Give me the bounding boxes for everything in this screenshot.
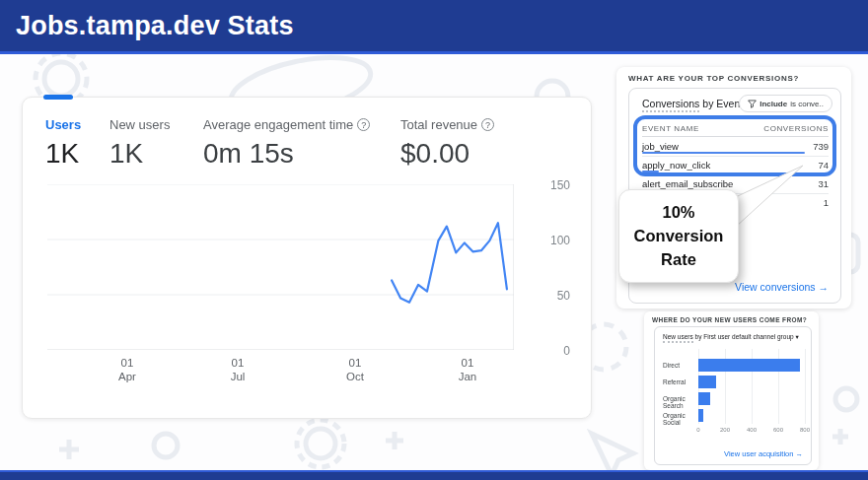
metric-value: 0m 15s bbox=[203, 138, 370, 170]
users-series-line bbox=[392, 223, 507, 303]
row-value-bar bbox=[642, 171, 659, 173]
gridline bbox=[805, 349, 806, 424]
metric-users[interactable]: Users 1K bbox=[45, 117, 81, 170]
acquisition-card: New users by First user default channel … bbox=[654, 326, 812, 465]
metric-label: New users bbox=[109, 117, 170, 132]
table-header-row: EVENT NAME CONVERSIONS bbox=[642, 121, 829, 137]
y-axis-tick: 150 bbox=[521, 178, 570, 192]
bar-label: Organic Search bbox=[663, 395, 696, 409]
new-users-panel: WHERE DO YOUR NEW USERS COME FROM? New u… bbox=[644, 311, 819, 470]
funnel-icon bbox=[748, 100, 757, 108]
column-header-event-name[interactable]: EVENT NAME bbox=[642, 124, 699, 133]
chevron-down-icon: ▾ bbox=[795, 333, 798, 340]
x-axis-tick: 800 bbox=[795, 427, 815, 433]
bottom-accent-bar bbox=[0, 470, 868, 480]
x-axis-tick: 01Apr bbox=[98, 356, 157, 384]
x-axis-tick: 600 bbox=[768, 427, 788, 433]
question-circle-icon[interactable]: ? bbox=[481, 118, 494, 131]
metric-label: Users bbox=[45, 117, 81, 132]
bar-label: Referral bbox=[663, 378, 696, 385]
table-row: job_view 739 bbox=[642, 138, 829, 157]
y-axis-tick: 0 bbox=[521, 344, 570, 358]
active-metric-indicator bbox=[43, 95, 73, 100]
top-conversions-panel: WHAT ARE YOUR TOP CONVERSIONS? Conversio… bbox=[616, 67, 851, 309]
arrow-right-icon: → bbox=[819, 281, 830, 293]
column-header-conversions[interactable]: CONVERSIONS bbox=[763, 124, 829, 133]
metric-avg-engagement[interactable]: Average engagement time ? 0m 15s bbox=[203, 117, 370, 170]
x-axis-tick: 200 bbox=[715, 427, 735, 433]
title-bar: Jobs.tampa.dev Stats bbox=[0, 0, 868, 54]
bar-label: Direct bbox=[663, 362, 696, 369]
panel-header: WHERE DO YOUR NEW USERS COME FROM? bbox=[652, 316, 807, 323]
metric-total-revenue[interactable]: Total revenue ? $0.00 bbox=[400, 117, 494, 170]
y-axis-tick: 100 bbox=[521, 234, 570, 247]
table-row: apply_now_click 74 bbox=[642, 157, 829, 175]
view-conversions-link[interactable]: View conversions → bbox=[735, 281, 829, 293]
bar-direct bbox=[698, 359, 800, 372]
x-axis-tick: 01Jul bbox=[208, 356, 267, 384]
metric-label: Total revenue bbox=[400, 117, 477, 132]
y-axis-tick: 50 bbox=[521, 289, 570, 303]
x-axis-tick: 01Oct bbox=[326, 356, 385, 384]
view-user-acquisition-link[interactable]: View user acquisition → bbox=[724, 449, 803, 458]
arrow-right-icon: → bbox=[796, 449, 804, 458]
row-value-bar bbox=[642, 152, 805, 155]
metric-value: $0.00 bbox=[400, 138, 494, 170]
x-axis-tick: 0 bbox=[688, 427, 708, 433]
page-title: Jobs.tampa.dev Stats bbox=[0, 0, 868, 51]
conversion-rate-callout: 10% Conversion Rate bbox=[618, 189, 739, 283]
filter-chip[interactable]: Include is conve.. bbox=[739, 95, 832, 112]
question-circle-icon[interactable]: ? bbox=[357, 118, 370, 131]
metric-new-users[interactable]: New users 1K bbox=[109, 117, 170, 170]
x-axis-tick: 400 bbox=[742, 427, 761, 433]
bar-referral bbox=[698, 376, 716, 388]
acquisition-card-title[interactable]: New users by First user default channel … bbox=[663, 333, 799, 341]
metric-value: 1K bbox=[45, 138, 81, 170]
slide: Jobs.tampa.dev Stats Users 1K New users … bbox=[0, 0, 868, 480]
x-axis-tick: 01Jan bbox=[438, 356, 497, 384]
metric-label: Average engagement time bbox=[203, 117, 353, 132]
users-line-chart bbox=[47, 184, 514, 350]
bar-label: Organic Social bbox=[663, 412, 696, 426]
bar-organic-social bbox=[698, 409, 703, 422]
panel-header: WHAT ARE YOUR TOP CONVERSIONS? bbox=[628, 74, 799, 83]
metric-value: 1K bbox=[109, 138, 170, 170]
analytics-overview-card: Users 1K New users 1K Average engagement… bbox=[22, 97, 592, 419]
bar-organic-search bbox=[698, 392, 710, 405]
